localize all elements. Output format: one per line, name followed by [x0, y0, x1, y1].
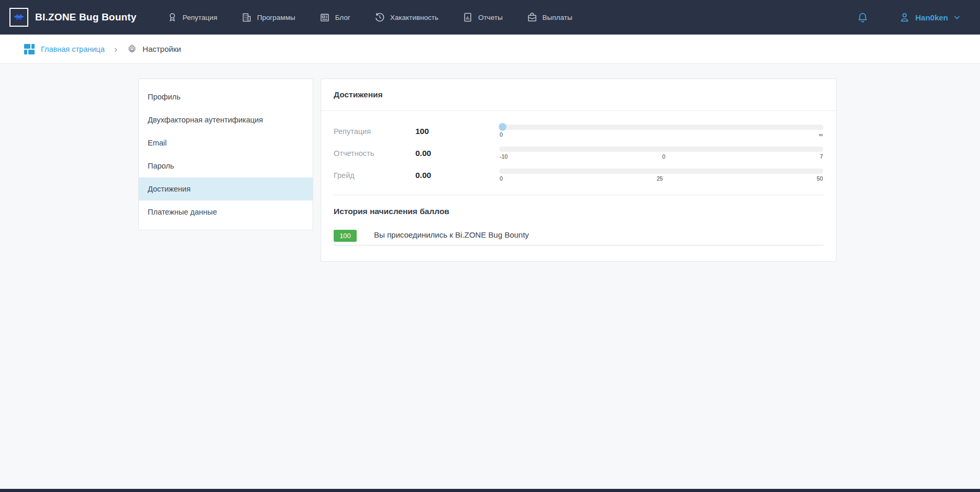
slider-ticks: 0 ∞ — [499, 131, 823, 138]
nav-item-label: Выплаты — [543, 14, 572, 21]
payouts-icon — [527, 12, 537, 23]
section-divider — [334, 195, 823, 195]
breadcrumb-home-link[interactable]: Главная страница — [23, 43, 105, 55]
history-entry: 100 Вы присоединились к Bi.ZONE Bug Boun… — [334, 230, 823, 245]
tick-mid: 25 — [657, 175, 663, 182]
sidebar-item-achievements[interactable]: Достижения — [139, 177, 313, 200]
chevron-right-icon: › — [114, 44, 117, 54]
history-icon — [375, 12, 385, 23]
top-navbar: BI.ZONE Bug Bounty Репутация Программы — [0, 0, 980, 35]
metric-row-reporting: Отчетность 0.00 -10 0 7 — [334, 147, 823, 164]
reporting-slider: -10 0 7 — [499, 147, 823, 160]
report-icon — [463, 12, 473, 23]
notifications-button[interactable] — [857, 12, 868, 23]
metric-row-reputation: Репутация 100 0 ∞ — [334, 125, 823, 142]
grade-slider: 0 25 50 — [499, 169, 823, 182]
tick-max: ∞ — [819, 131, 823, 138]
slider-track — [499, 125, 823, 130]
nav-item-label: Программы — [257, 14, 295, 21]
metric-label: Репутация — [334, 125, 415, 136]
nav-item-reputation[interactable]: Репутация — [167, 12, 217, 23]
tick-max: 7 — [820, 153, 823, 160]
nav-item-label: Отчеты — [478, 14, 503, 21]
sidebar-item-password[interactable]: Пароль — [139, 154, 313, 177]
breadcrumb: Главная страница › Настройки — [0, 35, 980, 64]
brand-logo[interactable]: BI.ZONE Bug Bounty — [9, 8, 137, 27]
nav-item-programs[interactable]: Программы — [241, 12, 295, 23]
metric-value: 0.00 — [415, 147, 499, 158]
breadcrumb-current: Настройки — [127, 44, 181, 54]
breadcrumb-home-label: Главная страница — [41, 45, 105, 53]
chevron-down-icon — [953, 13, 961, 21]
nav-item-label: Репутация — [183, 14, 217, 21]
bug-logo-icon — [9, 8, 28, 27]
main-navigation: Репутация Программы Блог — [167, 12, 572, 23]
points-badge: 100 — [334, 230, 357, 242]
nav-item-label: Хакактивность — [390, 14, 438, 21]
history-title: История начисления баллов — [334, 207, 823, 216]
history-entry-text: Вы присоединились к Bi.ZONE Bug Bounty — [374, 230, 529, 241]
nav-item-blog[interactable]: Блог — [320, 12, 350, 23]
metric-label: Отчетность — [334, 147, 415, 158]
tick-min: 0 — [500, 175, 503, 182]
bell-icon — [857, 12, 868, 23]
dashboard-grid-icon — [23, 43, 36, 55]
tick-min: -10 — [500, 153, 508, 160]
slider-track — [499, 169, 823, 174]
metric-label: Грейд — [334, 169, 415, 180]
footer-edge — [0, 489, 980, 492]
metric-value: 100 — [415, 125, 499, 136]
nav-item-label: Блог — [335, 14, 350, 21]
sidebar-item-2fa[interactable]: Двухфакторная аутентификация — [139, 108, 313, 131]
medal-icon — [167, 12, 178, 23]
brand-title: BI.ZONE Bug Bounty — [35, 12, 137, 23]
user-icon — [899, 12, 910, 23]
building-icon — [241, 12, 252, 23]
nav-item-hackactivity[interactable]: Хакактивность — [375, 12, 438, 23]
settings-content: Профиль Двухфакторная аутентификация Ema… — [138, 79, 836, 262]
tick-mid: 0 — [662, 153, 665, 160]
reputation-slider: 0 ∞ — [499, 125, 823, 138]
panel-body: Репутация 100 0 ∞ Отчетность 0.00 — [321, 111, 836, 261]
slider-track — [499, 147, 823, 152]
gear-icon — [127, 44, 137, 54]
breadcrumb-current-label: Настройки — [142, 44, 181, 53]
username: Han0ken — [915, 13, 948, 22]
navbar-right: Han0ken — [857, 12, 961, 23]
tick-max: 50 — [817, 175, 823, 182]
metric-row-grade: Грейд 0.00 0 25 50 — [334, 169, 823, 186]
user-menu[interactable]: Han0ken — [899, 12, 961, 23]
tick-min: 0 — [500, 131, 503, 138]
nav-item-reports[interactable]: Отчеты — [463, 12, 503, 23]
settings-sidebar: Профиль Двухфакторная аутентификация Ema… — [138, 79, 313, 230]
sidebar-item-email[interactable]: Email — [139, 131, 313, 154]
slider-thumb[interactable] — [499, 123, 506, 131]
panel-title: Достижения — [321, 79, 836, 111]
sidebar-item-payment-data[interactable]: Платежные данные — [139, 200, 313, 223]
achievements-panel: Достижения Репутация 100 0 ∞ Отчетн — [321, 79, 836, 262]
blog-icon — [320, 12, 330, 23]
slider-ticks: -10 0 7 — [499, 153, 823, 160]
sidebar-item-profile[interactable]: Профиль — [139, 85, 313, 108]
slider-ticks: 0 25 50 — [499, 175, 823, 182]
nav-item-payouts[interactable]: Выплаты — [527, 12, 572, 23]
metric-value: 0.00 — [415, 169, 499, 180]
